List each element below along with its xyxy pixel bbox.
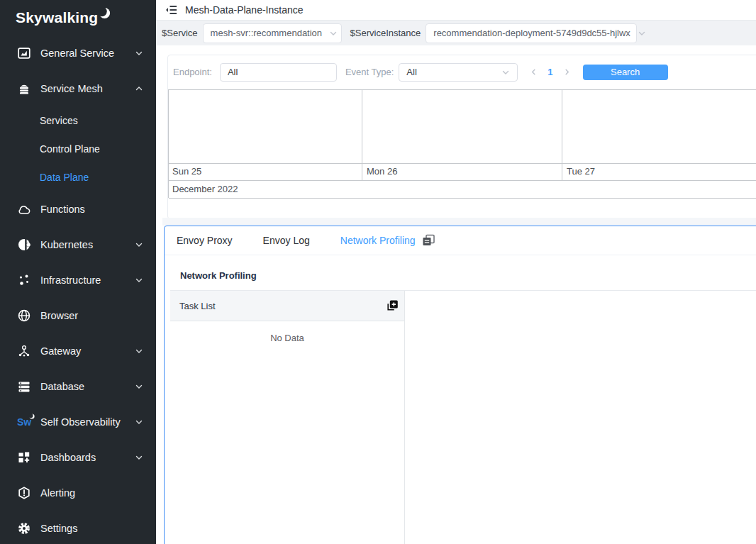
sidebar-item-functions[interactable]: Functions <box>0 191 156 227</box>
calendar-grid-line <box>562 90 562 180</box>
sidebar-item-settings[interactable]: Settings <box>0 511 156 544</box>
layers-icon <box>17 83 31 95</box>
service-instance-label: $ServiceInstance <box>350 28 421 38</box>
sidebar-item-gateway[interactable]: Gateway <box>0 333 156 369</box>
chevron-down-icon <box>135 276 143 284</box>
chevron-down-icon <box>638 29 646 38</box>
scatter-dots-icon <box>17 274 31 287</box>
event-type-label: Event Type: <box>345 67 394 77</box>
calendar-grid-line <box>169 198 756 199</box>
widget-title: Network Profiling <box>180 270 257 281</box>
globe-icon <box>17 309 31 322</box>
tabs-row: Envoy Proxy Envoy Log Network Profiling <box>165 226 756 255</box>
main-content: Mesh-Data-Plane-Instance $Service mesh-s… <box>156 0 756 544</box>
chevron-up-icon <box>135 84 143 93</box>
chevron-down-icon <box>135 240 143 249</box>
chevron-down-icon <box>135 49 143 57</box>
endpoint-label: Endpoint: <box>173 67 212 77</box>
events-card: Endpoint: All Event Type: All 1 <box>167 55 756 219</box>
service-select[interactable]: mesh-svr::recommendation <box>203 23 342 43</box>
task-list-column: Task List No Data <box>170 291 404 544</box>
crescent-moon-icon <box>99 7 111 19</box>
tab-network-profiling[interactable]: Network Profiling <box>340 235 416 246</box>
gear-icon <box>17 522 31 535</box>
sidebar-item-general-service[interactable]: General Service <box>0 35 156 71</box>
calendar-day-cell[interactable] <box>362 90 562 163</box>
collapse-menu-icon[interactable] <box>165 5 177 15</box>
tab-envoy-proxy[interactable]: Envoy Proxy <box>177 235 233 246</box>
calendar-day-label: Sun 25 <box>172 166 201 177</box>
copy-icon[interactable] <box>422 234 435 247</box>
calendar-month-label: December 2022 <box>172 184 238 194</box>
sidebar-item-browser[interactable]: Browser <box>0 298 156 333</box>
sidebar-item-infrastructure[interactable]: Infrastructure <box>0 262 156 298</box>
calendar-grid-line <box>362 90 362 180</box>
event-type-select[interactable]: All <box>399 63 518 82</box>
page-header: Mesh-Data-Plane-Instance <box>156 0 756 21</box>
sidebar-item-control-plane[interactable]: Control Plane <box>0 135 156 163</box>
task-list-title: Task List <box>179 301 386 311</box>
events-calendar: Sun 25 Mon 26 Tue 27 December 2022 <box>168 89 756 198</box>
selectors-bar: $Service mesh-svr::recommendation $Servi… <box>156 21 756 45</box>
app-logo-text: Skywalking <box>16 9 98 26</box>
sidebar-item-database[interactable]: Database <box>0 369 156 404</box>
sidebar-item-self-observability[interactable]: Sw Self Observability <box>0 404 156 440</box>
chevron-down-icon <box>135 382 143 391</box>
calendar-grid-line <box>169 163 756 164</box>
sidebar: Skywalking General Service Service Mesh <box>0 0 156 544</box>
endpoint-input[interactable]: All <box>220 63 337 82</box>
calendar-day-label: Mon 26 <box>367 166 397 177</box>
sw-logo-icon: Sw <box>17 416 31 428</box>
page-title: Mesh-Data-Plane-Instance <box>185 4 304 16</box>
cloud-icon <box>17 204 31 215</box>
sidebar-item-kubernetes[interactable]: Kubernetes <box>0 227 156 262</box>
chevron-down-icon <box>135 453 143 462</box>
page-number[interactable]: 1 <box>547 67 552 77</box>
calendar-grid-line <box>169 180 756 181</box>
chart-board-icon <box>17 48 31 60</box>
sidebar-item-alerting[interactable]: Alerting <box>0 475 156 511</box>
chevron-down-icon <box>501 68 510 77</box>
grid-plus-icon <box>17 451 31 464</box>
sidebar-nav: General Service Service Mesh Services Co… <box>0 35 156 544</box>
server-rows-icon <box>17 381 31 393</box>
network-hub-icon <box>17 345 31 357</box>
instance-tabs-panel: Envoy Proxy Envoy Log Network Profiling … <box>164 226 756 544</box>
pagination: 1 <box>530 67 570 77</box>
kubernetes-wheel-icon <box>17 238 31 251</box>
search-button[interactable]: Search <box>583 65 668 80</box>
service-instance-select[interactable]: recommendation-deployment-5749d9dc55-hjl… <box>426 23 637 43</box>
calendar-day-cell[interactable] <box>169 90 362 163</box>
chevron-down-icon <box>135 347 143 355</box>
app-logo[interactable]: Skywalking <box>0 0 156 35</box>
chevron-down-icon <box>135 418 143 426</box>
calendar-day-cell[interactable] <box>562 90 756 163</box>
empty-state-text: No Data <box>170 333 404 343</box>
calendar-day-label: Tue 27 <box>567 166 595 177</box>
section-gap <box>162 218 756 226</box>
column-divider <box>404 291 405 544</box>
chevron-down-icon <box>329 29 338 38</box>
tab-envoy-log[interactable]: Envoy Log <box>263 235 310 246</box>
sidebar-item-service-mesh[interactable]: Service Mesh <box>0 71 156 106</box>
sidebar-item-data-plane[interactable]: Data Plane <box>0 163 156 191</box>
chevron-left-icon[interactable] <box>530 68 538 76</box>
events-toolbar: Endpoint: All Event Type: All 1 <box>168 55 756 89</box>
task-list-header: Task List <box>170 291 404 321</box>
chevron-right-icon[interactable] <box>563 68 571 76</box>
service-label: $Service <box>162 28 198 38</box>
sidebar-item-dashboards[interactable]: Dashboards <box>0 440 156 475</box>
add-task-icon[interactable] <box>386 299 399 312</box>
sidebar-item-services[interactable]: Services <box>0 106 156 135</box>
hexagon-alert-icon <box>17 487 31 499</box>
